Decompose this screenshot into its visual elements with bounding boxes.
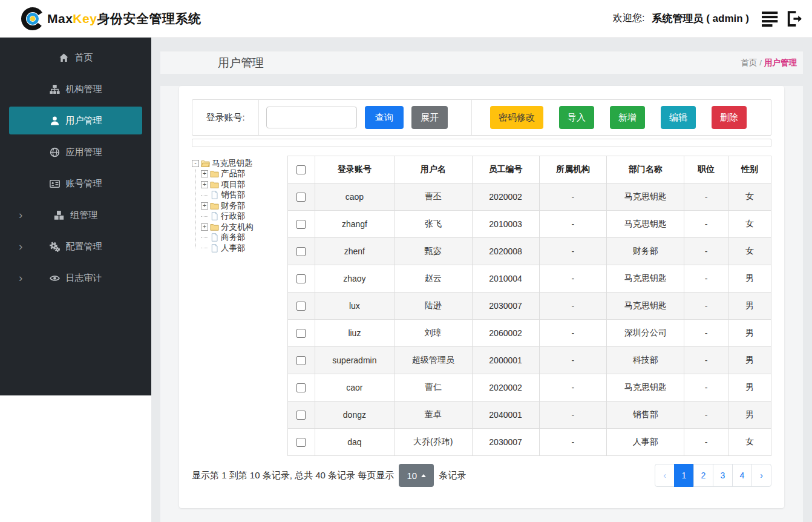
list-icon[interactable] [761,10,779,28]
tree-node[interactable]: +分支机构 [201,222,281,233]
sidebar-item-org[interactable]: 机构管理 [9,75,142,103]
pagination-page-1[interactable]: 1 [674,464,694,487]
tree-collapse-toggle[interactable]: - [192,160,199,167]
sidebar-item-group[interactable]: ›组管理 [9,201,142,229]
tree-node[interactable]: 销售部 [201,190,281,201]
tree-connector [201,237,208,238]
action-button-新增[interactable]: 新增 [610,106,645,129]
sidebar: 首页机构管理用户管理应用管理账号管理›组管理›配置管理›日志审计 [0,38,151,395]
file-icon [210,233,219,242]
table-row[interactable]: zhangf张飞2010003-马克思钥匙-女 [288,211,771,238]
row-checkbox[interactable] [296,274,306,283]
row-select-cell [288,374,315,401]
tree-node-label: 产品部 [221,168,246,179]
row-checkbox[interactable] [296,438,306,447]
table-cell: - [684,374,729,401]
table-cell: 2020002 [472,183,539,211]
tree-expand-toggle[interactable]: + [201,223,208,231]
table-row[interactable]: dongz董卓2040001-销售部-男 [288,401,771,429]
row-select-cell [288,265,315,292]
sidebar-item-app[interactable]: 应用管理 [9,138,142,166]
table-cell: 大乔(乔玮) [394,429,472,456]
row-checkbox[interactable] [296,302,306,311]
pagination-prev[interactable]: ‹ [655,464,675,487]
tree-root-node[interactable]: -马克思钥匙 [192,158,281,169]
table-cell: 2030007 [472,292,539,320]
action-button-密码修改[interactable]: 密码修改 [490,106,543,129]
table-row[interactable]: daq大乔(乔玮)2030007-人事部-女 [288,429,771,456]
table-row[interactable]: caor曹仁2020002-马克思钥匙-男 [288,374,771,401]
table-cell: 男 [729,292,771,320]
action-button-编辑[interactable]: 编辑 [661,106,696,129]
welcome-label: 欢迎您: [613,12,644,25]
table-cell: 曹丕 [394,183,472,211]
row-checkbox[interactable] [296,411,306,420]
row-checkbox[interactable] [296,193,306,202]
tree-node[interactable]: 人事部 [201,243,281,254]
table-cell: 人事部 [607,429,684,456]
tree-expand-toggle[interactable]: + [201,202,208,210]
table-cell: 2020002 [472,374,539,401]
table-body: caop曹丕2020002-马克思钥匙-女zhangf张飞2010003-马克思… [288,183,771,456]
page-size-dropdown[interactable]: 10 [399,464,434,487]
row-checkbox[interactable] [296,383,306,392]
table-cell: 甄宓 [394,238,472,265]
logout-icon[interactable] [785,10,804,28]
action-button-删除[interactable]: 删除 [712,106,747,129]
tree-node[interactable]: +产品部 [201,169,281,180]
login-account-input[interactable] [266,107,357,128]
main-card: 登录账号: 查询 展开 密码修改导入新增编辑删除 -马克思钥匙+产品部+项目部销… [179,86,784,508]
tree-node[interactable]: 行政部 [201,211,281,222]
query-button[interactable]: 查询 [365,106,404,129]
table-cell: 男 [729,320,771,347]
row-select-cell [288,238,315,265]
brand: MaxKey身份安全管理系统 [21,7,201,31]
breadcrumb-home[interactable]: 首页 [741,58,757,67]
table-row[interactable]: zhenf甄宓2020008-财务部-女 [288,238,771,265]
sidebar-item-account[interactable]: 账号管理 [9,170,142,197]
sidebar-item-user[interactable]: 用户管理 [9,107,142,134]
sidebar-item-config[interactable]: ›配置管理 [9,233,142,260]
pagination-next[interactable]: › [751,464,771,487]
tree-node[interactable]: +项目部 [201,179,281,190]
id-card-icon [50,178,61,189]
row-checkbox[interactable] [296,356,306,365]
table-cell: 曹仁 [394,374,472,401]
user-icon [50,115,61,126]
table-cell: 2000001 [472,347,539,374]
tree-connector [201,248,208,248]
breadcrumb-separator: / [759,58,762,67]
tree-expand-toggle[interactable]: + [201,181,208,188]
search-panel: 登录账号: 查询 展开 密码修改导入新增编辑删除 [192,99,771,136]
select-all-checkbox[interactable] [296,165,306,174]
action-button-导入[interactable]: 导入 [559,106,594,129]
summary-suffix: 条记录 [439,470,466,481]
tree-node[interactable]: +财务部 [201,200,281,211]
table-cell: - [684,429,729,456]
row-checkbox[interactable] [296,329,306,338]
chevron-right-icon: › [19,240,22,252]
pagination-page-4[interactable]: 4 [732,464,752,487]
pagination-page-2[interactable]: 2 [693,464,713,487]
table-cell: 张飞 [394,211,472,238]
tree-node[interactable]: 商务部 [201,233,281,243]
tree-expand-toggle[interactable]: + [201,170,208,177]
table-row[interactable]: caop曹丕2020002-马克思钥匙-女 [288,183,771,211]
table-row[interactable]: lux陆逊2030007-马克思钥匙-男 [288,292,771,320]
pagination-page-3[interactable]: 3 [713,464,733,487]
table-cell: - [539,265,607,292]
table-row[interactable]: zhaoy赵云2010004-马克思钥匙-男 [288,265,771,292]
row-checkbox[interactable] [296,220,306,229]
table-row[interactable]: superadmin超级管理员2000001-科技部-男 [288,347,771,374]
table-cell: 男 [729,401,771,429]
sidebar-item-home[interactable]: 首页 [9,44,142,71]
tree-node-label: 销售部 [221,190,246,200]
table-row[interactable]: liuz刘璋2060002-深圳分公司-男 [288,320,771,347]
table-header-row: 登录账号用户名员工编号所属机构部门名称职位性别 [288,156,771,183]
sidebar-item-label: 日志审计 [66,273,102,284]
row-select-cell [288,401,315,429]
row-checkbox[interactable] [296,247,306,256]
sidebar-item-audit[interactable]: ›日志审计 [9,264,142,292]
column-header: 用户名 [394,156,472,183]
expand-button[interactable]: 展开 [411,106,448,129]
